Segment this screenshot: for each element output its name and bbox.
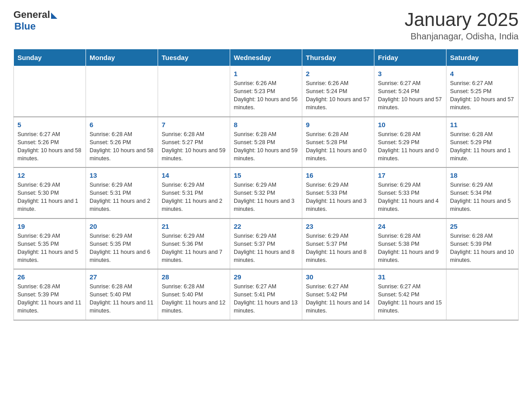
calendar-cell: 16Sunrise: 6:29 AM Sunset: 5:33 PM Dayli…	[302, 167, 374, 218]
calendar-table: SundayMondayTuesdayWednesdayThursdayFrid…	[13, 49, 519, 321]
day-number: 20	[90, 223, 154, 230]
calendar-cell	[446, 269, 519, 320]
calendar-week-5: 26Sunrise: 6:28 AM Sunset: 5:39 PM Dayli…	[14, 269, 519, 320]
day-number: 28	[162, 273, 226, 281]
day-info: Sunrise: 6:29 AM Sunset: 5:31 PM Dayligh…	[162, 182, 223, 212]
calendar-cell: 23Sunrise: 6:29 AM Sunset: 5:37 PM Dayli…	[302, 218, 374, 270]
calendar-week-2: 5Sunrise: 6:27 AM Sunset: 5:26 PM Daylig…	[14, 117, 519, 168]
calendar-cell: 13Sunrise: 6:29 AM Sunset: 5:31 PM Dayli…	[86, 167, 158, 218]
calendar-header-tuesday: Tuesday	[158, 49, 230, 66]
day-number: 22	[234, 223, 298, 230]
day-number: 7	[162, 121, 226, 128]
day-info: Sunrise: 6:27 AM Sunset: 5:24 PM Dayligh…	[378, 80, 442, 111]
day-info: Sunrise: 6:29 AM Sunset: 5:37 PM Dayligh…	[306, 233, 367, 263]
day-info: Sunrise: 6:29 AM Sunset: 5:33 PM Dayligh…	[306, 182, 367, 212]
calendar-header-sunday: Sunday	[14, 49, 86, 66]
day-number: 13	[90, 171, 154, 179]
day-info: Sunrise: 6:28 AM Sunset: 5:28 PM Dayligh…	[234, 131, 297, 162]
calendar-cell: 27Sunrise: 6:28 AM Sunset: 5:40 PM Dayli…	[86, 269, 158, 320]
calendar-cell: 15Sunrise: 6:29 AM Sunset: 5:32 PM Dayli…	[230, 167, 302, 218]
calendar-header-monday: Monday	[86, 49, 158, 66]
calendar-cell: 20Sunrise: 6:29 AM Sunset: 5:35 PM Dayli…	[86, 218, 158, 270]
calendar-cell: 7Sunrise: 6:28 AM Sunset: 5:27 PM Daylig…	[158, 117, 230, 168]
day-number: 26	[17, 273, 82, 281]
day-info: Sunrise: 6:28 AM Sunset: 5:28 PM Dayligh…	[306, 131, 367, 162]
calendar-cell: 31Sunrise: 6:27 AM Sunset: 5:42 PM Dayli…	[374, 269, 446, 320]
day-info: Sunrise: 6:29 AM Sunset: 5:33 PM Dayligh…	[378, 182, 439, 212]
calendar-cell: 2Sunrise: 6:26 AM Sunset: 5:24 PM Daylig…	[302, 66, 374, 117]
day-number: 29	[234, 273, 298, 281]
calendar-cell	[14, 66, 86, 117]
day-number: 19	[17, 223, 82, 230]
calendar-cell: 28Sunrise: 6:28 AM Sunset: 5:40 PM Dayli…	[158, 269, 230, 320]
logo-blue-text: Blue	[14, 21, 36, 32]
day-number: 16	[306, 171, 370, 179]
day-info: Sunrise: 6:27 AM Sunset: 5:41 PM Dayligh…	[234, 283, 297, 314]
calendar-cell: 3Sunrise: 6:27 AM Sunset: 5:24 PM Daylig…	[374, 66, 446, 117]
calendar-cell: 8Sunrise: 6:28 AM Sunset: 5:28 PM Daylig…	[230, 117, 302, 168]
day-info: Sunrise: 6:29 AM Sunset: 5:32 PM Dayligh…	[234, 182, 295, 212]
day-info: Sunrise: 6:28 AM Sunset: 5:26 PM Dayligh…	[90, 131, 153, 162]
calendar-cell: 14Sunrise: 6:29 AM Sunset: 5:31 PM Dayli…	[158, 167, 230, 218]
day-number: 31	[378, 273, 442, 281]
calendar-cell: 4Sunrise: 6:27 AM Sunset: 5:25 PM Daylig…	[446, 66, 519, 117]
day-info: Sunrise: 6:28 AM Sunset: 5:38 PM Dayligh…	[378, 233, 439, 263]
month-title: January 2025	[404, 9, 519, 30]
day-number: 9	[306, 121, 370, 128]
day-info: Sunrise: 6:26 AM Sunset: 5:23 PM Dayligh…	[234, 80, 297, 111]
day-number: 10	[378, 121, 442, 128]
day-number: 3	[378, 70, 442, 77]
page-header: General Blue January 2025 Bhanjanagar, O…	[13, 9, 519, 42]
calendar-header-saturday: Saturday	[446, 49, 519, 66]
day-info: Sunrise: 6:29 AM Sunset: 5:31 PM Dayligh…	[90, 182, 150, 212]
calendar-header-wednesday: Wednesday	[230, 49, 302, 66]
day-number: 12	[17, 171, 82, 179]
calendar-cell: 25Sunrise: 6:28 AM Sunset: 5:39 PM Dayli…	[446, 218, 519, 270]
day-info: Sunrise: 6:28 AM Sunset: 5:40 PM Dayligh…	[90, 283, 153, 314]
calendar-cell: 9Sunrise: 6:28 AM Sunset: 5:28 PM Daylig…	[302, 117, 374, 168]
calendar-cell: 22Sunrise: 6:29 AM Sunset: 5:37 PM Dayli…	[230, 218, 302, 270]
calendar-cell: 21Sunrise: 6:29 AM Sunset: 5:36 PM Dayli…	[158, 218, 230, 270]
day-number: 4	[450, 70, 515, 77]
day-number: 27	[90, 273, 154, 281]
calendar-cell: 17Sunrise: 6:29 AM Sunset: 5:33 PM Dayli…	[374, 167, 446, 218]
calendar-cell	[158, 66, 230, 117]
day-info: Sunrise: 6:28 AM Sunset: 5:39 PM Dayligh…	[17, 283, 81, 314]
day-info: Sunrise: 6:27 AM Sunset: 5:42 PM Dayligh…	[306, 283, 369, 314]
calendar-cell: 10Sunrise: 6:28 AM Sunset: 5:29 PM Dayli…	[374, 117, 446, 168]
day-info: Sunrise: 6:27 AM Sunset: 5:25 PM Dayligh…	[450, 80, 514, 111]
calendar-cell: 1Sunrise: 6:26 AM Sunset: 5:23 PM Daylig…	[230, 66, 302, 117]
day-info: Sunrise: 6:29 AM Sunset: 5:30 PM Dayligh…	[17, 182, 78, 212]
day-number: 11	[450, 121, 515, 128]
calendar-header-friday: Friday	[374, 49, 446, 66]
calendar-cell: 11Sunrise: 6:28 AM Sunset: 5:29 PM Dayli…	[446, 117, 519, 168]
day-number: 24	[378, 223, 442, 230]
calendar-header-row: SundayMondayTuesdayWednesdayThursdayFrid…	[14, 49, 519, 66]
calendar-cell: 6Sunrise: 6:28 AM Sunset: 5:26 PM Daylig…	[86, 117, 158, 168]
calendar-cell: 26Sunrise: 6:28 AM Sunset: 5:39 PM Dayli…	[14, 269, 86, 320]
day-number: 6	[90, 121, 154, 128]
logo: General Blue	[13, 9, 57, 32]
day-info: Sunrise: 6:27 AM Sunset: 5:42 PM Dayligh…	[378, 283, 442, 314]
day-number: 21	[162, 223, 226, 230]
day-info: Sunrise: 6:29 AM Sunset: 5:36 PM Dayligh…	[162, 233, 223, 263]
calendar-week-3: 12Sunrise: 6:29 AM Sunset: 5:30 PM Dayli…	[14, 167, 519, 218]
day-number: 15	[234, 171, 298, 179]
day-number: 23	[306, 223, 370, 230]
day-number: 18	[450, 171, 515, 179]
day-info: Sunrise: 6:28 AM Sunset: 5:29 PM Dayligh…	[450, 131, 511, 162]
day-number: 25	[450, 223, 515, 230]
calendar-cell: 24Sunrise: 6:28 AM Sunset: 5:38 PM Dayli…	[374, 218, 446, 270]
calendar-cell: 30Sunrise: 6:27 AM Sunset: 5:42 PM Dayli…	[302, 269, 374, 320]
day-info: Sunrise: 6:28 AM Sunset: 5:29 PM Dayligh…	[378, 131, 439, 162]
day-number: 1	[234, 70, 298, 77]
calendar-header-thursday: Thursday	[302, 49, 374, 66]
day-number: 8	[234, 121, 298, 128]
day-info: Sunrise: 6:28 AM Sunset: 5:27 PM Dayligh…	[162, 131, 225, 162]
day-info: Sunrise: 6:29 AM Sunset: 5:35 PM Dayligh…	[17, 233, 78, 263]
logo-general-text: General	[13, 9, 50, 21]
logo-triangle-icon	[51, 13, 57, 19]
title-block: January 2025 Bhanjanagar, Odisha, India	[404, 9, 519, 42]
calendar-cell: 5Sunrise: 6:27 AM Sunset: 5:26 PM Daylig…	[14, 117, 86, 168]
day-number: 30	[306, 273, 370, 281]
